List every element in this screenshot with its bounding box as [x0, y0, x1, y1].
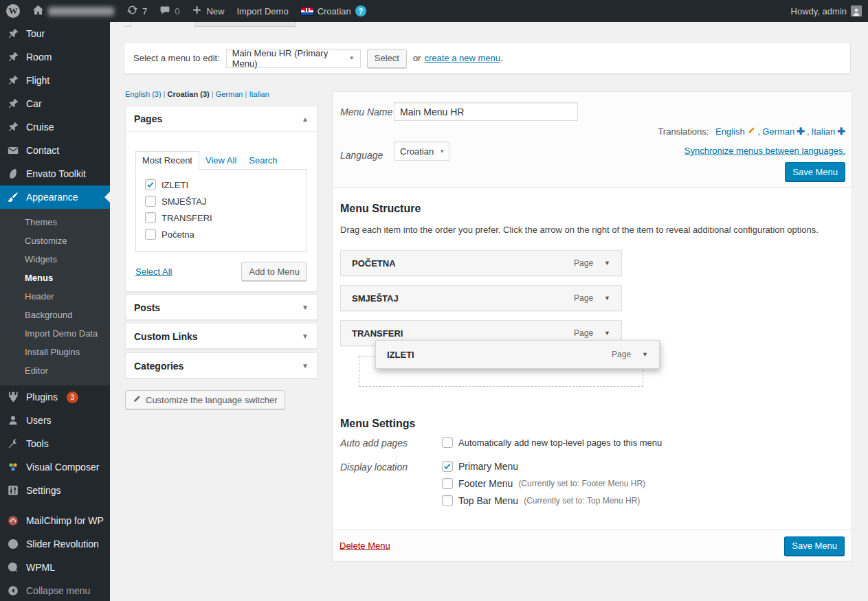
menu-name-input[interactable] — [394, 102, 578, 121]
categories-accordion-header[interactable]: Categories ▼ — [126, 353, 317, 378]
chevron-down-icon[interactable]: ▼ — [604, 330, 610, 337]
sidebar-item-users[interactable]: Users — [0, 409, 110, 432]
menu-item-smjestaj[interactable]: SMJEŠTAJ Page▼ — [340, 285, 622, 311]
submenu-customize[interactable]: Customize — [0, 232, 110, 251]
translation-english-link[interactable]: English — [715, 126, 745, 137]
checkbox-primary-menu[interactable] — [442, 461, 453, 472]
categories-title: Categories — [134, 361, 183, 372]
checkbox-smjestaj[interactable] — [145, 196, 156, 207]
menu-item-type: Page — [574, 258, 593, 268]
custom-links-title: Custom Links — [134, 331, 198, 342]
submenu-editor[interactable]: Editor — [0, 362, 110, 381]
checkbox-top-bar-menu[interactable] — [442, 495, 453, 506]
manage-locations-tab-remnant[interactable] — [194, 22, 296, 27]
posts-accordion-header[interactable]: Posts ▼ — [126, 295, 317, 320]
checkbox-footer-menu[interactable] — [442, 478, 453, 489]
select-all-link[interactable]: Select All — [135, 267, 172, 277]
menu-structure-title: Menu Structure — [340, 203, 844, 215]
sidebar-item-envato-toolkit[interactable]: Envato Toolkit — [0, 162, 110, 185]
menu-item-label: TRANSFERI — [352, 328, 403, 339]
location-label: Primary Menu — [458, 461, 518, 472]
sidebar-item-plugins[interactable]: Plugins 3 — [0, 385, 110, 409]
add-translation-icon[interactable]: ✚ — [797, 128, 805, 135]
howdy-menu[interactable]: Howdy, admin — [785, 0, 868, 22]
page-checkbox-row: TRANSFERI — [136, 209, 307, 226]
submenu-install-plugins[interactable]: Install Plugins — [0, 343, 110, 362]
menu-edit-header: Menu Name Translations: English , German… — [333, 92, 852, 188]
submenu-import-demo-data[interactable]: Import Demo Data — [0, 325, 110, 343]
submenu-widgets[interactable]: Widgets — [0, 251, 110, 269]
filter-german-link[interactable]: German — [216, 90, 243, 98]
tab-view-all[interactable]: View All — [199, 152, 243, 169]
location-option: Top Bar Menu (Currently set to: Top Menu… — [442, 495, 645, 506]
pages-accordion-header[interactable]: Pages ▲ — [126, 106, 317, 132]
submenu-themes[interactable]: Themes — [0, 214, 110, 232]
wrench-icon — [6, 437, 20, 451]
sidebar-item-room[interactable]: Room — [0, 45, 110, 69]
menu-items-list: POČETNA Page▼ SMJEŠTAJ Page▼ TRANSFERI P… — [340, 250, 844, 418]
site-name-link[interactable] — [26, 0, 120, 22]
sidebar-item-slider-revolution[interactable]: Slider Revolution — [0, 532, 110, 556]
translation-german-link[interactable]: German — [762, 126, 794, 137]
delete-menu-link[interactable]: Delete Menu — [340, 541, 390, 551]
submenu-background[interactable]: Background — [0, 306, 110, 325]
chevron-down-icon[interactable]: ▼ — [604, 295, 610, 302]
language-label: Language — [340, 150, 383, 161]
menu-item-izleti-dragging[interactable]: IZLETI Page▼ — [375, 340, 660, 369]
visual-composer-icon — [6, 460, 20, 474]
checkbox-transferi[interactable] — [145, 212, 156, 223]
checkbox-pocetna[interactable] — [145, 229, 156, 240]
new-content-button[interactable]: New — [186, 0, 230, 22]
help-icon[interactable]: ? — [355, 5, 366, 16]
import-demo-link[interactable]: Import Demo — [230, 0, 294, 22]
wp-logo-menu[interactable]: W — [0, 0, 26, 22]
chevron-down-icon[interactable]: ▼ — [642, 351, 648, 358]
translation-italian-link[interactable]: Italian — [812, 126, 836, 137]
sidebar-item-visual-composer[interactable]: Visual Composer — [0, 455, 110, 479]
location-option: Primary Menu — [442, 461, 645, 472]
page-label: SMJEŠTAJ — [162, 196, 207, 207]
checkbox-auto-add-pages[interactable] — [442, 437, 453, 448]
pin-icon — [6, 97, 20, 111]
sidebar-item-contact[interactable]: Contact — [0, 139, 110, 162]
menu-language-dropdown[interactable]: Croatian ▼ — [394, 141, 449, 161]
save-menu-button-bottom[interactable]: Save Menu — [784, 536, 845, 556]
sidebar-item-settings[interactable]: Settings — [0, 479, 110, 502]
menu-select-dropdown[interactable]: Main Menu HR (Primary Menu) ▼ — [226, 49, 361, 68]
customize-language-switcher-button[interactable]: Customize the language switcher — [125, 390, 285, 409]
collapse-menu-button[interactable]: Collapse menu — [0, 579, 110, 601]
sidebar-item-mailchimp[interactable]: MailChimp for WP — [0, 509, 110, 532]
main-content: Select a menu to edit: Main Menu HR (Pri… — [110, 22, 868, 601]
synchronize-menus-link[interactable]: Synchronize menus between languages. — [685, 146, 845, 156]
custom-links-accordion-header[interactable]: Custom Links ▼ — [126, 324, 317, 349]
comments-indicator[interactable]: 0 — [153, 0, 186, 22]
language-switcher[interactable]: Croatian ? — [295, 0, 372, 22]
filter-english-link[interactable]: English (3) — [125, 90, 162, 98]
wordpress-admin-screen: W 7 0 New Import Demo — [0, 0, 868, 601]
add-translation-icon[interactable]: ✚ — [837, 128, 845, 135]
submenu-menus[interactable]: Menus — [0, 269, 110, 288]
sidebar-item-wpml[interactable]: WPML — [0, 556, 110, 579]
create-new-menu-link[interactable]: create a new menu — [424, 53, 500, 63]
drag-area: IZLETI Page▼ — [340, 346, 844, 418]
sidebar-item-tour[interactable]: Tour — [0, 22, 110, 45]
tab-most-recent[interactable]: Most Recent — [135, 151, 199, 170]
tab-search[interactable]: Search — [243, 152, 283, 169]
menu-item-pocetna[interactable]: POČETNA Page▼ — [340, 250, 622, 276]
filter-italian-link[interactable]: Italian — [249, 90, 269, 98]
edit-pencil-icon[interactable] — [747, 126, 756, 137]
collapse-icon — [6, 584, 20, 598]
edit-menus-tab-remnant[interactable] — [125, 22, 131, 27]
sidebar-item-car[interactable]: Car — [0, 92, 110, 115]
chevron-down-icon[interactable]: ▼ — [604, 260, 610, 267]
sidebar-item-appearance[interactable]: Appearance — [0, 185, 110, 209]
select-menu-button[interactable]: Select — [367, 49, 407, 68]
add-to-menu-button[interactable]: Add to Menu — [241, 262, 307, 281]
submenu-header[interactable]: Header — [0, 288, 110, 306]
sidebar-item-flight[interactable]: Flight — [0, 69, 110, 92]
sidebar-item-cruise[interactable]: Cruise — [0, 115, 110, 139]
sidebar-item-tools[interactable]: Tools — [0, 432, 110, 455]
checkbox-izleti[interactable] — [145, 179, 156, 190]
updates-indicator[interactable]: 7 — [120, 0, 153, 22]
save-menu-button-top[interactable]: Save Menu — [785, 162, 845, 181]
